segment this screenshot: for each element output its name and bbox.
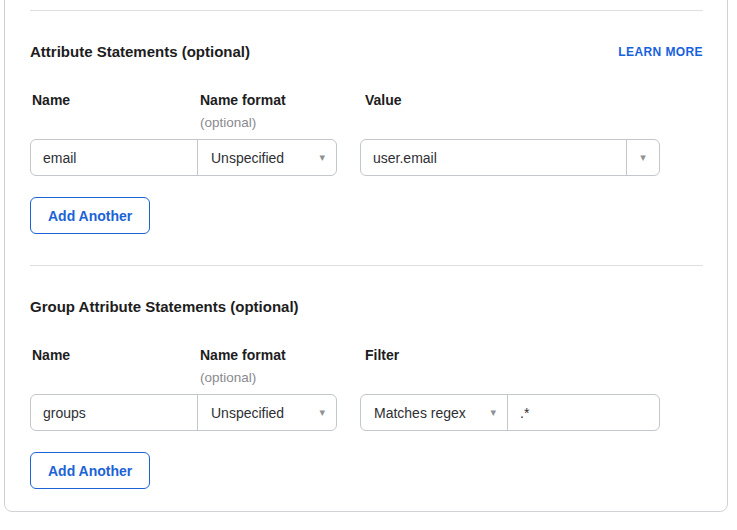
column-header-name-format: Name format — [200, 347, 286, 364]
section-title-attribute-statements: Attribute Statements (optional) — [30, 42, 250, 62]
section-divider — [30, 265, 703, 266]
add-another-attribute-button[interactable]: Add Another — [30, 197, 150, 234]
chevron-down-icon: ▾ — [319, 152, 325, 163]
value-group: ▾ — [360, 139, 660, 176]
name-and-format-group: Unspecified ▾ — [30, 394, 337, 431]
name-format-select[interactable]: Unspecified ▾ — [197, 395, 336, 430]
filter-group: Matches regex ▾ — [360, 394, 660, 431]
name-format-select[interactable]: Unspecified ▾ — [197, 140, 336, 175]
section-divider — [30, 10, 703, 11]
attribute-statement-row: Unspecified ▾ ▾ — [30, 139, 703, 176]
chevron-down-icon: ▾ — [490, 407, 496, 418]
learn-more-link[interactable]: LEARN MORE — [618, 45, 703, 59]
column-header-optional: (optional) — [200, 115, 256, 131]
column-header-optional: (optional) — [200, 370, 256, 386]
column-header-name: Name — [32, 347, 70, 364]
group-attribute-name-input[interactable] — [31, 395, 197, 430]
column-header-name-format: Name format — [200, 92, 286, 109]
name-format-selected-value: Unspecified — [211, 150, 284, 166]
group-attribute-statement-row: Unspecified ▾ Matches regex ▾ — [30, 394, 703, 431]
group-attribute-column-headers: Name Name format (optional) Filter — [30, 347, 703, 394]
filter-type-select[interactable]: Matches regex ▾ — [361, 395, 507, 430]
attribute-statements-header: Attribute Statements (optional) LEARN MO… — [30, 42, 703, 62]
add-another-group-attribute-button[interactable]: Add Another — [30, 452, 150, 489]
value-dropdown-toggle[interactable]: ▾ — [626, 140, 659, 175]
attribute-name-input[interactable] — [31, 140, 197, 175]
column-header-filter: Filter — [365, 347, 399, 364]
filter-value-input[interactable] — [507, 395, 659, 430]
attribute-column-headers: Name Name format (optional) Value — [30, 92, 703, 139]
column-header-value: Value — [365, 92, 402, 109]
attribute-value-input[interactable] — [361, 140, 626, 175]
column-header-name: Name — [32, 92, 70, 109]
group-attribute-statements-header: Group Attribute Statements (optional) — [30, 297, 703, 317]
chevron-down-icon: ▾ — [640, 152, 646, 163]
name-and-format-group: Unspecified ▾ — [30, 139, 337, 176]
name-format-selected-value: Unspecified — [211, 405, 284, 421]
chevron-down-icon: ▾ — [319, 407, 325, 418]
saml-settings-card: Attribute Statements (optional) LEARN MO… — [4, 0, 728, 512]
section-title-group-attribute-statements: Group Attribute Statements (optional) — [30, 297, 299, 317]
filter-type-selected-value: Matches regex — [374, 405, 466, 421]
